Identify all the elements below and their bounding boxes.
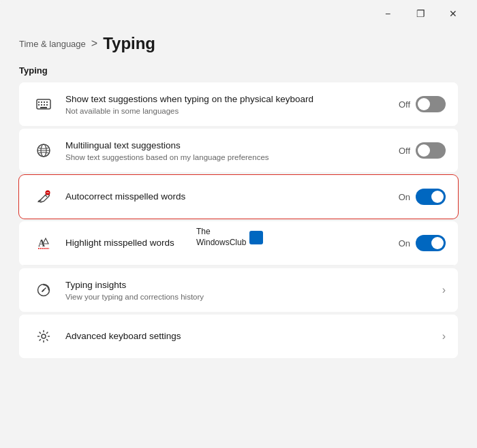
settings-card-typing-insights[interactable]: Typing insights View your typing and cor… [19,268,458,312]
setting-text-advanced-keyboard: Advanced keyboard settings [65,330,442,343]
settings-card-autocorrect: Autocorrect misspelled words On [19,175,458,219]
content-area: Typing [0,65,477,448]
toggle-autocorrect[interactable] [416,189,446,205]
gear-icon [31,324,56,349]
setting-text-text-suggestions: Show text suggestions when typing on the… [65,93,399,116]
setting-control-typing-insights: › [442,284,446,296]
svg-rect-9 [40,107,47,108]
setting-control-autocorrect: On [399,189,446,205]
setting-sublabel-typing-insights: View your typing and corrections history [65,293,442,301]
setting-text-typing-insights: Typing insights View your typing and cor… [65,279,442,302]
title-bar: − ❐ ✕ [0,0,477,27]
highlight-icon: A [31,231,56,255]
minimize-button[interactable]: − [372,3,403,25]
setting-control-multilingual: Off [399,142,446,159]
svg-point-19 [42,334,46,338]
setting-row-advanced-keyboard[interactable]: Advanced keyboard settings › [19,315,458,358]
setting-control-text-suggestions: Off [399,96,446,112]
settings-card-highlight: A Highlight misspelled words On [19,221,458,266]
setting-label-highlight: Highlight misspelled words [65,237,399,250]
setting-label-typing-insights: Typing insights [65,279,442,292]
breadcrumb: Time & language > Typing [19,34,458,53]
setting-row-multilingual: Multilingual text suggestions Show text … [19,129,458,172]
svg-point-18 [43,289,44,291]
setting-label-advanced-keyboard: Advanced keyboard settings [65,330,442,343]
setting-text-autocorrect: Autocorrect misspelled words [65,191,399,204]
chevron-right-icon: › [442,284,446,296]
svg-rect-4 [46,101,48,103]
toggle-highlight[interactable] [416,235,446,251]
toggle-text-suggestions[interactable] [416,96,446,112]
settings-card-text-suggestions: Show text suggestions when typing on the… [19,82,458,126]
section-title: Typing [19,65,458,76]
typing-insights-icon [31,278,56,302]
maximize-button[interactable]: ❐ [405,3,436,25]
toggle-status-multilingual: Off [399,146,410,156]
settings-window: − ❐ ✕ Time & language > Typing Typing [0,0,477,448]
toggle-status-text-suggestions: Off [399,99,410,110]
setting-control-advanced-keyboard: › [442,330,446,342]
breadcrumb-current: Typing [103,34,155,53]
toggle-status-autocorrect: On [399,192,410,202]
toggle-status-highlight: On [399,238,410,249]
setting-row-autocorrect: Autocorrect misspelled words On [19,175,458,219]
setting-text-highlight: Highlight misspelled words [65,237,399,250]
settings-card-advanced-keyboard[interactable]: Advanced keyboard settings › [19,315,458,358]
setting-row-typing-insights[interactable]: Typing insights View your typing and cor… [19,268,458,312]
svg-rect-7 [44,104,45,106]
setting-control-highlight: On [399,235,446,251]
setting-text-multilingual: Multilingual text suggestions Show text … [65,140,399,162]
chevron-right-icon-2: › [442,330,446,342]
svg-rect-8 [46,104,48,106]
breadcrumb-parent[interactable]: Time & language [19,39,86,49]
setting-row-highlight: A Highlight misspelled words On [19,221,458,266]
settings-group: Show text suggestions when typing on the… [19,82,458,358]
settings-card-multilingual: Multilingual text suggestions Show text … [19,129,458,172]
toggle-multilingual[interactable] [416,142,446,159]
svg-rect-2 [41,101,42,103]
svg-rect-1 [38,101,40,103]
svg-rect-3 [44,101,45,103]
setting-row-text-suggestions: Show text suggestions when typing on the… [19,82,458,126]
breadcrumb-separator: > [91,37,97,50]
keyboard-icon [31,92,56,116]
setting-sublabel-multilingual: Show text suggestions based on my langua… [65,153,399,161]
setting-sublabel-text-suggestions: Not available in some languages [65,107,399,115]
setting-label-multilingual: Multilingual text suggestions [65,140,399,153]
close-button[interactable]: ✕ [437,3,469,25]
setting-label-text-suggestions: Show text suggestions when typing on the… [65,93,399,106]
svg-rect-6 [41,104,42,106]
setting-label-autocorrect: Autocorrect misspelled words [65,191,399,204]
svg-rect-5 [38,104,40,106]
title-bar-controls: − ❐ ✕ [372,3,469,25]
page-header: Time & language > Typing [0,27,477,65]
multilingual-icon [31,138,56,163]
autocorrect-icon [31,185,56,209]
